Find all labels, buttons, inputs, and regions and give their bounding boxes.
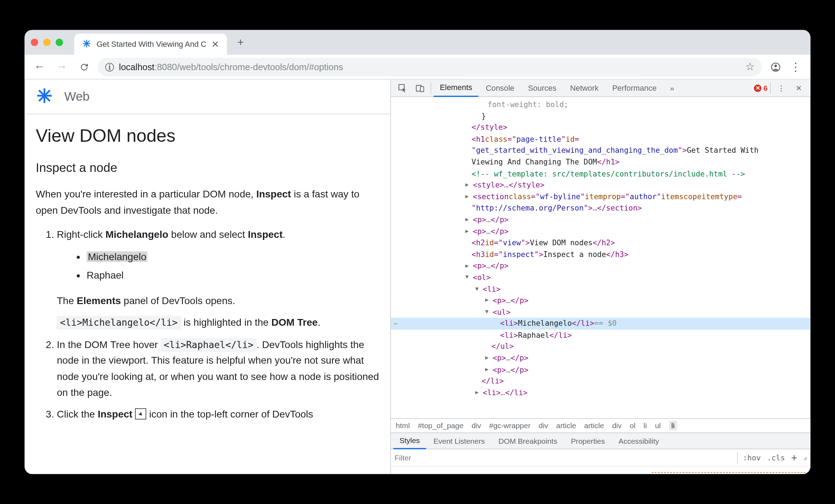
new-tab-button[interactable]: + — [232, 34, 249, 51]
article-body: View DOM nodes Inspect a node When you'r… — [24, 114, 390, 429]
reload-button[interactable] — [76, 58, 93, 75]
browser-tab[interactable]: Get Started With Viewing And C ✕ — [74, 34, 227, 55]
svg-point-5 — [774, 64, 777, 67]
profile-icon[interactable] — [767, 58, 784, 75]
toolbar: ← → i localhost:8080/web/tools/chrome-de… — [24, 55, 811, 80]
minimize-window-button[interactable] — [43, 39, 51, 46]
devtools-panel: Elements Console Sources Network Perform… — [390, 80, 811, 474]
article-h1: View DOM nodes — [36, 125, 379, 146]
styles-toolbar: :hov .cls + ◢ — [391, 449, 811, 467]
subtab-event-listeners[interactable]: Event Listeners — [427, 432, 491, 449]
hov-toggle[interactable]: :hov — [743, 453, 761, 462]
page-viewport: Web View DOM nodes Inspect a node When y… — [24, 80, 390, 474]
back-button[interactable]: ← — [31, 58, 48, 75]
subtab-styles[interactable]: Styles — [393, 432, 426, 449]
error-badge[interactable]: ✕ 6 — [754, 84, 768, 93]
close-window-button[interactable] — [31, 39, 38, 46]
dom-tree[interactable]: font-weight: bold; } </style> <h1 class=… — [391, 97, 811, 419]
devtools-tabbar: Elements Console Sources Network Perform… — [391, 80, 811, 97]
site-logo-icon — [36, 87, 53, 107]
cls-toggle[interactable]: .cls — [767, 453, 785, 462]
tab-favicon-icon — [82, 38, 92, 50]
step-1-sublist: Michelangelo Raphael — [57, 247, 379, 285]
styles-filter-input[interactable] — [394, 453, 556, 462]
intro-paragraph: When you're interested in a particular D… — [36, 186, 379, 218]
devtools-menu-icon[interactable]: ⋮ — [773, 80, 790, 96]
devtools-close-icon[interactable]: ✕ — [791, 80, 807, 96]
svg-rect-12 — [420, 86, 424, 91]
forward-button[interactable]: → — [53, 58, 71, 75]
steps-list: Right-click Michelangelo below and selec… — [36, 227, 379, 422]
inspect-element-icon[interactable] — [394, 80, 411, 96]
subtab-accessibility[interactable]: Accessibility — [612, 432, 665, 449]
more-tabs-icon[interactable]: » — [664, 80, 680, 96]
address-bar[interactable]: i localhost:8080/web/tools/chrome-devtoo… — [98, 57, 762, 76]
content-area: Web View DOM nodes Inspect a node When y… — [24, 80, 811, 474]
inspect-cursor-icon — [135, 408, 146, 420]
tab-close-icon[interactable]: ✕ — [211, 39, 220, 50]
tab-sources[interactable]: Sources — [522, 80, 563, 97]
subtab-properties[interactable]: Properties — [565, 432, 611, 449]
site-info-icon[interactable]: i — [105, 62, 114, 71]
tab-console[interactable]: Console — [480, 80, 520, 97]
tab-elements[interactable]: Elements — [434, 80, 479, 97]
step-1-result: The Elements panel of DevTools opens. — [57, 293, 379, 309]
url-text: localhost:8080/web/tools/chrome-devtools… — [119, 62, 343, 72]
tab-network[interactable]: Network — [564, 80, 605, 97]
step-2: In the DOM Tree hover <li>Raphael</li>. … — [57, 337, 379, 400]
styles-subtabs: Styles Event Listeners DOM Breakpoints P… — [391, 432, 811, 449]
new-style-rule-icon[interactable]: + — [791, 452, 797, 464]
device-toolbar-icon[interactable] — [412, 80, 428, 96]
menu-icon[interactable]: ⋮ — [787, 58, 804, 75]
error-circle-icon: ✕ — [754, 84, 762, 92]
step-3: Click the Inspect icon in the top-left c… — [57, 407, 379, 422]
styles-body — [652, 467, 806, 473]
site-name: Web — [64, 90, 89, 104]
tab-strip: Get Started With Viewing And C ✕ + — [24, 30, 811, 55]
step-1-result-2: <li>Michelangelo</li> is highlighted in … — [57, 315, 379, 331]
window-controls — [31, 39, 63, 46]
bullet-raphael[interactable]: Raphael — [87, 267, 379, 285]
bookmark-icon[interactable]: ☆ — [745, 60, 754, 73]
browser-window: Get Started With Viewing And C ✕ + ← → i… — [24, 30, 811, 474]
bullet-michelangelo[interactable]: Michelangelo — [87, 247, 379, 266]
tab-performance[interactable]: Performance — [606, 80, 663, 97]
maximize-window-button[interactable] — [56, 39, 63, 46]
tab-title: Get Started With Viewing And C — [96, 40, 206, 49]
step-1: Right-click Michelangelo below and selec… — [57, 227, 379, 331]
site-header: Web — [24, 80, 390, 114]
article-h2: Inspect a node — [36, 161, 379, 175]
selected-dom-node[interactable]: ⋯<li>Michelangelo</li> == $0 — [391, 318, 811, 330]
dom-breadcrumbs[interactable]: html #top_of_page div #gc-wrapper div ar… — [391, 418, 811, 432]
subtab-dom-breakpoints[interactable]: DOM Breakpoints — [492, 432, 564, 449]
